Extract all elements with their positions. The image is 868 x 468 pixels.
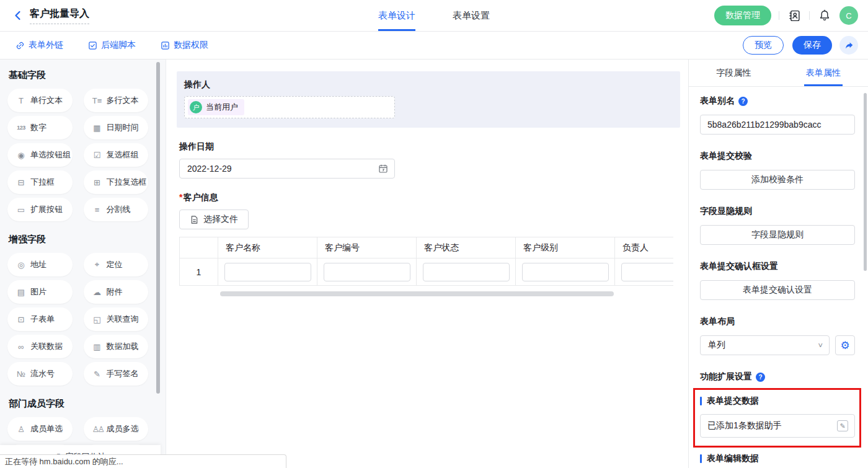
field-label: 复选框组 <box>107 149 139 161</box>
cell-input-customer-level[interactable] <box>522 263 609 281</box>
operator-value-box[interactable]: 户 当前用户 <box>184 96 395 118</box>
member-multi-icon: ♙♙ <box>92 425 102 434</box>
field-label: 关联数据 <box>30 341 63 352</box>
submit-data-setting[interactable]: 已添加1条数据助手 ✎ <box>700 414 855 438</box>
panel-scrollbar[interactable] <box>864 93 867 271</box>
sidebar-field-member-multi[interactable]: ♙♙ 成员多选 <box>84 417 149 441</box>
visibility-rules-label: 字段显隐规则 <box>700 206 752 217</box>
date-input[interactable]: 2022-12-29 <box>179 159 395 179</box>
tab-form-settings-label: 表单设置 <box>453 10 490 22</box>
address-icon: ◎ <box>16 260 26 270</box>
radio-group-icon: ◉ <box>16 151 26 160</box>
extend-button-icon: ▭ <box>16 205 26 214</box>
header-tabs: 表单设计 表单设置 <box>378 0 490 31</box>
table-horizontal-scrollbar[interactable] <box>220 291 614 296</box>
sidebar-field-member-single[interactable]: ♙ 成员单选 <box>7 417 73 441</box>
share-button[interactable] <box>839 36 858 55</box>
sidebar-field-multi-select[interactable]: ⊞ 下拉复选框 <box>84 170 149 194</box>
sidebar-field-address[interactable]: ◎ 地址 <box>7 253 73 276</box>
sidebar-field-signature[interactable]: ✎ 手写签名 <box>84 362 149 386</box>
section-title-enhanced-fields: 增强字段 <box>9 234 166 245</box>
cell-input-customer-status[interactable] <box>423 263 510 281</box>
cell-input-customer-name[interactable] <box>224 263 311 281</box>
operate-date-label: 操作日期 <box>179 141 680 152</box>
sidebar-scrollbar[interactable] <box>156 62 160 394</box>
data-permission-link-label: 数据权限 <box>174 40 208 51</box>
form-field-operator[interactable]: 操作人 户 当前用户 <box>177 71 680 128</box>
sidebar-field-divider[interactable]: ≡ 分割线 <box>84 198 149 221</box>
tab-field-properties[interactable]: 字段属性 <box>689 60 779 86</box>
signature-icon: ✎ <box>92 369 102 379</box>
sidebar-field-related-query[interactable]: ◱ 关联查询 <box>84 307 149 331</box>
divider-icon: ≡ <box>92 205 102 214</box>
data-permission-link[interactable]: 数据权限 <box>161 40 208 51</box>
choose-file-label: 选择文件 <box>203 214 238 225</box>
current-user-chip[interactable]: 户 当前用户 <box>188 99 244 115</box>
form-external-link[interactable]: 表单外链 <box>16 40 63 51</box>
back-button[interactable] <box>12 10 24 21</box>
select-icon: ⊟ <box>16 178 26 187</box>
sidebar-field-multi-text[interactable]: T≡ 多行文本 <box>84 89 149 112</box>
sidebar-field-extend-button[interactable]: ▭ 扩展按钮 <box>7 198 73 221</box>
form-layout-label: 表单布局 <box>700 316 735 327</box>
top-header: 客户批量导入 表单设计 表单设置 数据管理 C <box>0 0 868 32</box>
help-icon[interactable]: ? <box>756 373 765 382</box>
sidebar-field-checkbox-group[interactable]: ☑ 复选框组 <box>84 143 149 167</box>
sidebar-field-radio-group[interactable]: ◉ 单选按钮组 <box>7 143 73 167</box>
sidebar-field-single-text[interactable]: T 单行文本 <box>7 89 73 112</box>
tab-form-design[interactable]: 表单设计 <box>378 0 415 31</box>
save-button[interactable]: 保存 <box>792 36 832 55</box>
form-alias-input[interactable] <box>700 115 855 135</box>
field-label: 定位 <box>107 259 123 270</box>
add-check-condition-button[interactable]: 添加校验条件 <box>700 170 855 190</box>
field-label: 关联查询 <box>107 314 139 325</box>
data-manage-button[interactable]: 数据管理 <box>714 6 771 25</box>
choose-file-button[interactable]: 选择文件 <box>179 210 249 229</box>
cell-input-owner[interactable] <box>621 263 673 281</box>
field-label: 附件 <box>107 286 123 298</box>
bell-icon[interactable] <box>817 8 832 23</box>
edit-icon[interactable]: ✎ <box>837 420 848 431</box>
field-label: 数据加载 <box>107 341 139 352</box>
col-customer-name: 客户名称 <box>218 237 317 258</box>
preview-button[interactable]: 预览 <box>743 36 784 55</box>
user-avatar[interactable]: C <box>839 6 858 25</box>
submit-confirm-label: 表单提交确认框设置 <box>700 261 778 272</box>
layout-select[interactable]: 单列 ˅ <box>700 335 830 355</box>
form-field-operate-date[interactable]: 操作日期 2022-12-29 <box>179 141 680 179</box>
sidebar-field-image[interactable]: ▤ 图片 <box>7 280 73 304</box>
sidebar-field-subform[interactable]: ⊡ 子表单 <box>7 307 73 331</box>
sidebar-field-location[interactable]: ⌖ 定位 <box>84 253 149 276</box>
related-data-icon: ∞ <box>16 342 26 351</box>
script-icon <box>88 41 97 50</box>
link-icon <box>16 41 25 50</box>
sidebar-field-data-load[interactable]: ▥ 数据加载 <box>84 335 149 358</box>
contact-book-icon[interactable] <box>787 8 802 23</box>
layout-select-value: 单列 <box>708 340 725 351</box>
sidebar-field-related-data[interactable]: ∞ 关联数据 <box>7 335 73 358</box>
browser-status-bar: 正在等待 hm.baidu.com 的响应... <box>0 454 286 468</box>
tab-form-properties[interactable]: 表单属性 <box>779 60 868 86</box>
field-label: 扩展按钮 <box>30 204 63 215</box>
sidebar-field-serial-number[interactable]: № 流水号 <box>7 362 73 386</box>
field-label: 子表单 <box>30 314 55 325</box>
backend-script-link[interactable]: 后端脚本 <box>88 40 136 51</box>
visibility-rules-button[interactable]: 字段显隐规则 <box>700 225 855 245</box>
field-label: 地址 <box>30 259 46 270</box>
page-title[interactable]: 客户批量导入 <box>30 7 89 24</box>
sidebar-field-number[interactable]: 123 数字 <box>7 116 73 139</box>
col-customer-code: 客户编号 <box>317 237 417 258</box>
submit-confirm-button[interactable]: 表单提交确认设置 <box>700 280 855 300</box>
sidebar-field-datetime[interactable]: ▦ 日期时间 <box>84 116 149 139</box>
cell-input-customer-code[interactable] <box>324 263 410 281</box>
col-customer-level: 客户级别 <box>516 237 615 258</box>
share-arrow-icon <box>844 41 854 50</box>
edit-data-label: 表单编辑数据 <box>707 453 759 464</box>
tab-form-settings[interactable]: 表单设置 <box>453 0 490 31</box>
related-query-icon: ◱ <box>92 315 102 324</box>
layout-settings-button[interactable]: ⚙ <box>835 335 855 355</box>
help-icon[interactable]: ? <box>738 97 748 106</box>
form-field-customer-info[interactable]: *客户信息 选择文件 客户名称 客户编号 客户状态 客户级别 <box>179 192 680 296</box>
sidebar-field-attachment[interactable]: ☁ 附件 <box>84 280 149 304</box>
sidebar-field-select[interactable]: ⊟ 下拉框 <box>7 170 73 194</box>
